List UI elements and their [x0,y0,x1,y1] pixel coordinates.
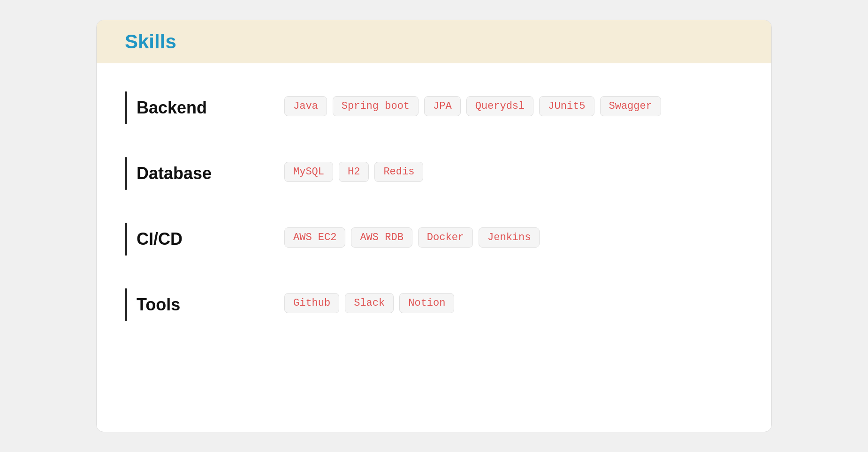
tag-mysql: MySQL [284,162,333,182]
tags-container-database: MySQLH2Redis [284,157,743,182]
skill-row-cicd: CI/CDAWS EC2AWS RDBDockerJenkins [125,209,743,274]
category-label-database: Database [137,164,212,183]
skill-row-database: DatabaseMySQLH2Redis [125,143,743,209]
category-bar-tools [125,288,127,321]
tag-slack: Slack [345,293,394,313]
category-cicd: CI/CD [125,223,284,256]
tag-jenkins: Jenkins [479,227,540,248]
category-label-cicd: CI/CD [137,229,183,249]
tag-aws-rdb: AWS RDB [351,227,412,248]
tag-notion: Notion [399,293,454,313]
category-bar-cicd [125,223,127,256]
skills-card: Skills BackendJavaSpring bootJPAQuerydsl… [96,20,772,432]
skills-content: BackendJavaSpring bootJPAQuerydslJUnit5S… [97,63,771,363]
category-backend: Backend [125,91,284,124]
tag-swagger: Swagger [600,96,661,116]
tags-container-cicd: AWS EC2AWS RDBDockerJenkins [284,223,743,248]
tag-jpa: JPA [424,96,461,116]
tag-junit5: JUnit5 [539,96,594,116]
tag-aws-ec2: AWS EC2 [284,227,345,248]
tag-github: Github [284,293,339,313]
skill-row-backend: BackendJavaSpring bootJPAQuerydslJUnit5S… [125,77,743,143]
category-bar-backend [125,91,127,124]
category-label-tools: Tools [137,295,180,315]
category-label-backend: Backend [137,98,207,118]
category-bar-database [125,157,127,190]
tag-redis: Redis [374,162,423,182]
tag-docker: Docker [418,227,473,248]
tags-container-backend: JavaSpring bootJPAQuerydslJUnit5Swagger [284,91,743,116]
tags-container-tools: GithubSlackNotion [284,288,743,313]
tag-java: Java [284,96,327,116]
tag-querydsl: Querydsl [466,96,534,116]
tag-h2: H2 [339,162,369,182]
category-database: Database [125,157,284,190]
tag-spring-boot: Spring boot [333,96,419,116]
skill-row-tools: ToolsGithubSlackNotion [125,274,743,340]
category-tools: Tools [125,288,284,321]
section-title: Skills [125,30,743,53]
section-header: Skills [97,20,771,63]
